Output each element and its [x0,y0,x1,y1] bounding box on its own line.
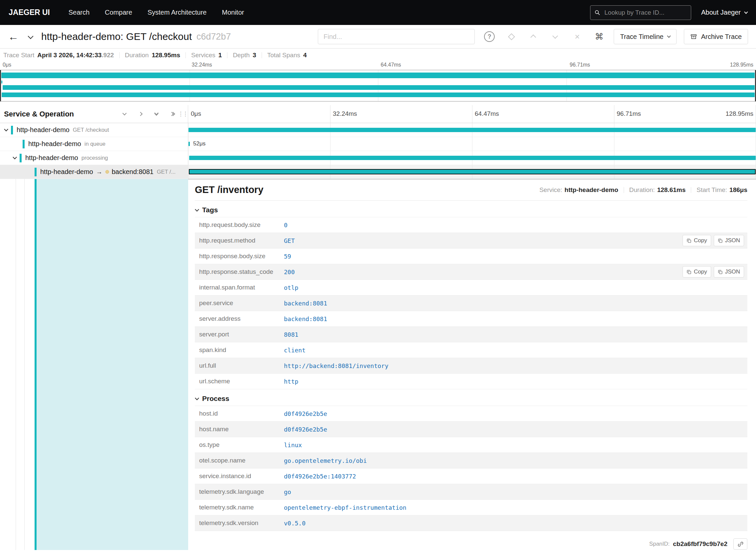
nav-item-system-architecture[interactable]: System Architecture [148,9,207,16]
kv-key: service.instance.id [195,472,284,480]
gridline [614,105,614,123]
kv-value: GET [284,237,295,244]
copy-icon [718,238,723,243]
help-icon: ? [484,31,495,42]
span-timeline-cell[interactable]: 52μs [188,137,756,151]
collapse-all-button[interactable] [153,111,160,118]
jaeger-trace-page: JAEGER UI SearchCompareSystem Architectu… [0,0,756,555]
copy-icon [687,269,692,274]
chevron-down-icon[interactable] [13,157,16,159]
span-detail-row-highlight[interactable] [37,179,188,550]
chevron-down-icon[interactable] [5,129,8,131]
span-detail-header: GET /inventory Service:http-header-demoD… [195,179,747,201]
span-name-cell[interactable]: http-header-demoin queue [0,137,188,151]
kv-key: http.response.body.size [195,253,284,260]
meta-value: http-header-demo [565,186,618,194]
time-tick-label: 64.47ms [475,110,499,118]
kv-value: 200 [284,268,295,275]
find-controls: ? × ⌘ [483,31,605,43]
span-detail-panel: GET /inventory Service:http-header-demoD… [188,179,756,555]
kv-row: url.fullhttp://backend:8081/inventory [195,358,747,374]
trace-title: http-header-demo: GET /checkout [41,31,192,42]
separator [186,52,186,58]
span-row[interactable]: http-header-demo→backend:8081GET /... [0,165,756,179]
kv-row: http.response.body.size59 [195,249,747,264]
operation-name: processing [82,155,108,161]
help-button[interactable]: ? [483,31,495,43]
summary-value: 1 [219,52,222,59]
expand-all-button[interactable] [169,111,176,118]
time-tick-label: 128.95ms [726,110,753,118]
span-row[interactable]: http-header-demoin queue52μs [0,137,756,151]
collapse-trace-header-button[interactable] [29,34,33,40]
kv-value: 8081 [284,331,298,338]
span-bar[interactable] [189,128,756,132]
span-name-cell[interactable]: http-header-demo→backend:8081GET /... [0,165,188,179]
span-bar[interactable] [189,142,190,146]
command-key-icon: ⌘ [595,32,603,42]
copy-span-link-button[interactable] [734,538,747,550]
span-row[interactable]: http-header-demoprocessing [0,151,756,165]
keyboard-shortcuts-button[interactable]: ⌘ [593,31,605,43]
minimap-ruler: 0μs32.24ms64.47ms96.71ms128.95ms [0,62,756,69]
gridline [330,105,330,123]
collapse-one-button[interactable] [121,111,128,118]
span-list-title: Service & Operation [4,110,74,119]
top-nav: JAEGER UI SearchCompareSystem Architectu… [0,0,756,25]
archive-trace-label: Archive Trace [701,33,742,41]
kv-key: telemetry.sdk.language [195,488,284,496]
minimap-viewport[interactable] [0,70,756,101]
peer-service-name: backend:8081 [112,168,154,176]
tags-section-toggle[interactable]: Tags [195,206,747,214]
span-bar[interactable] [189,169,756,174]
kv-key: telemetry.sdk.name [195,504,284,511]
column-resizer-grip[interactable]: ⋮⋮ [178,111,187,118]
timeline-ruler: 0μs32.24ms64.47ms96.71ms128.95ms [188,105,756,123]
kv-key: otel.scope.name [195,457,284,464]
span-timeline-cell[interactable] [188,123,756,137]
span-detail-gutter [0,179,188,550]
double-chevron-right-icon [170,113,175,116]
summary-value: 3 [253,52,256,59]
jaeger-logo[interactable]: JAEGER UI [9,8,50,17]
trace-id-search-input[interactable] [590,5,691,20]
trace-view-selector[interactable]: Trace Timeline [614,29,676,44]
kv-key: http.request.method [195,237,284,244]
span-timeline-cell[interactable] [188,165,756,179]
span-name-cell[interactable]: http-header-demoprocessing [0,151,188,165]
separator [120,52,120,58]
archive-trace-button[interactable]: Archive Trace [684,29,748,44]
next-match-button[interactable] [549,31,561,43]
about-jaeger-menu[interactable]: About Jaeger [701,9,747,16]
copy-value-button[interactable]: Copy [682,266,711,278]
time-tick-label: 0μs [191,110,201,118]
span-name-cell[interactable]: http-header-demoGET /checkout [0,123,188,137]
service-color-stripe [19,154,21,162]
summary-value: 128.95ms [152,52,180,59]
span-row[interactable]: http-header-demoGET /checkout [0,123,756,137]
process-section-toggle[interactable]: Process [195,395,747,402]
chevron-down-icon [744,10,748,14]
kv-row: url.schemehttp [195,374,747,389]
operation-name: GET /... [157,169,176,175]
back-button[interactable]: ← [8,31,22,42]
kv-key: url.full [195,362,284,369]
kv-row: http.response.status_code200CopyJSON [195,264,747,280]
minimap-span-bar [2,92,755,97]
prev-match-button[interactable] [527,31,539,43]
nav-item-search[interactable]: Search [68,9,89,16]
find-input[interactable] [318,29,475,44]
span-bar[interactable] [189,156,756,160]
nav-item-monitor[interactable]: Monitor [222,9,244,16]
nav-item-compare[interactable]: Compare [105,9,132,16]
summary-label: Services [191,52,216,59]
kv-key: internal.span.format [195,284,284,291]
clear-search-button[interactable]: × [571,31,583,43]
focus-match-button[interactable] [505,31,517,43]
copy-value-button[interactable]: Copy [682,235,711,246]
expand-one-button[interactable] [137,111,144,118]
copy-json-button[interactable]: JSON [714,235,744,246]
copy-json-button[interactable]: JSON [714,266,744,278]
kv-row: http.request.body.size0 [195,217,747,233]
span-timeline-cell[interactable] [188,151,756,165]
